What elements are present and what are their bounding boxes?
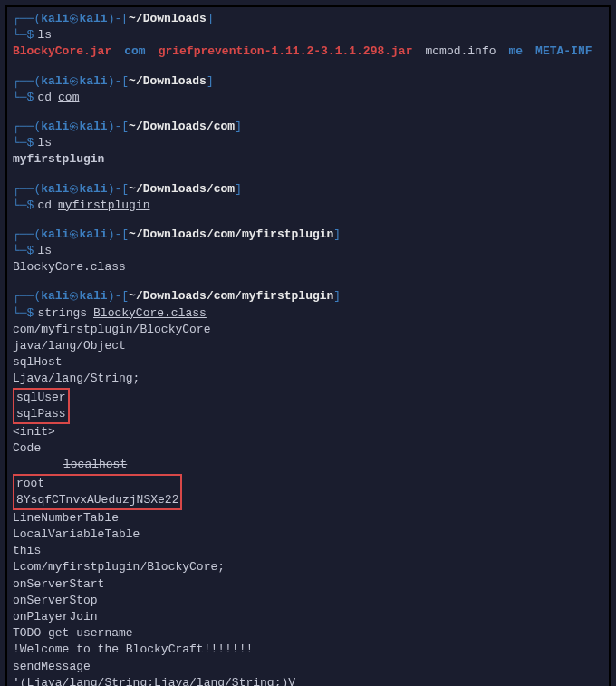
- prompt-user: kali: [41, 11, 69, 27]
- output-line: sqlPass: [16, 406, 66, 422]
- prompt-user: kali: [41, 181, 69, 198]
- skull-icon: ㉿: [69, 13, 79, 26]
- ls-output-dir: myfirstplugin: [13, 151, 603, 168]
- paren-close: ): [108, 11, 115, 27]
- prompt-path: ~/Downloads: [129, 73, 207, 90]
- prompt-path: ~/Downloads/com/myfirstplugin: [129, 227, 333, 243]
- prompt-path: ~/Downloads/com/myfirstplugin: [129, 288, 333, 304]
- elbow-icon: ┌──: [13, 119, 34, 135]
- output-line: sqlHost: [13, 354, 603, 371]
- elbow-icon: ┌──: [13, 288, 34, 304]
- file-item: META-INF: [535, 43, 592, 60]
- skull-icon: ㉿: [69, 75, 79, 89]
- file-item: mcmod.info: [425, 43, 496, 60]
- prompt-line: ┌── ( kali ㉿ kali ) - [ ~/Downloads/com/…: [13, 227, 603, 243]
- dollar-sign: $: [27, 90, 34, 106]
- output-line: Code: [13, 440, 603, 457]
- elbow-icon: ┌──: [13, 227, 34, 243]
- paren-open: (: [34, 11, 41, 27]
- file-item: com: [124, 43, 145, 60]
- output-line-strike: localhost: [13, 457, 603, 473]
- strings-output: com/myfirstplugin/BlockyCore java/lang/O…: [13, 322, 603, 686]
- prompt-block-5: ┌── ( kali ㉿ kali ) - [ ~/Downloads/com/…: [13, 227, 603, 276]
- output-line: onPlayerJoin: [13, 609, 603, 625]
- dollar-sign: $: [27, 27, 34, 43]
- prompt-path: ~/Downloads/com: [129, 119, 235, 135]
- skull-icon: ㉿: [69, 183, 79, 197]
- output-line: sendMessage: [13, 659, 603, 675]
- prompt-line: ┌── ( kali ㉿ kali ) - [ ~/Downloads/com …: [13, 181, 603, 198]
- command-line[interactable]: └─ $ ls: [13, 27, 603, 43]
- prompt-host: kali: [79, 119, 107, 135]
- prompt-user: kali: [41, 73, 69, 90]
- prompt-line: ┌── ( kali ㉿ kali ) - [ ~/Downloads ]: [13, 73, 603, 90]
- command-line[interactable]: └─ $ strings BlockyCore.class: [13, 305, 603, 322]
- command-line[interactable]: └─ $ ls: [13, 135, 603, 151]
- output-line: onServerStart: [13, 576, 603, 593]
- bracket-open: [: [121, 11, 129, 27]
- dollar-sign: $: [27, 135, 34, 151]
- command: ls: [37, 243, 52, 259]
- command-line[interactable]: └─ $ ls: [13, 243, 603, 259]
- output-line: TODO get username: [13, 625, 603, 642]
- prompt-block-2: ┌── ( kali ㉿ kali ) - [ ~/Downloads ] └─…: [13, 73, 603, 106]
- elbow-icon: ┌──: [13, 73, 34, 90]
- elbow-bottom-icon: └─: [13, 243, 27, 259]
- elbow-bottom-icon: └─: [13, 135, 27, 151]
- elbow-bottom-icon: └─: [13, 90, 27, 106]
- command: ls: [37, 27, 52, 43]
- prompt-user: kali: [41, 227, 69, 243]
- file-item: griefprevention-1.11.2-3.1.1.298.jar: [159, 43, 413, 60]
- prompt-block-1: ┌── ( kali ㉿ kali ) - [ ~/Downloads ] └─…: [13, 11, 603, 61]
- prompt-host: kali: [79, 181, 107, 198]
- dash: -: [114, 11, 121, 27]
- prompt-block-6: ┌── ( kali ㉿ kali ) - [ ~/Downloads/com/…: [13, 288, 603, 686]
- dollar-sign: $: [27, 305, 34, 322]
- prompt-host: kali: [79, 73, 107, 90]
- ls-output: BlockyCore.jar com griefprevention-1.11.…: [13, 43, 603, 60]
- prompt-block-3: ┌── ( kali ㉿ kali ) - [ ~/Downloads/com …: [13, 119, 603, 169]
- output-line: LineNumberTable: [13, 510, 603, 527]
- highlight-credentials-keys: sqlUser sqlPass: [13, 388, 603, 424]
- output-line: sqlUser: [16, 390, 66, 406]
- command: cd: [37, 198, 52, 214]
- skull-icon: ㉿: [69, 290, 79, 304]
- elbow-icon: ┌──: [13, 11, 34, 27]
- command-line[interactable]: └─ $ cd com: [13, 90, 603, 106]
- output-line: this: [13, 543, 603, 559]
- terminal-window[interactable]: ┌── ( kali ㉿ kali ) - [ ~/Downloads ] └─…: [5, 5, 611, 686]
- prompt-line: ┌── ( kali ㉿ kali ) - [ ~/Downloads/com …: [13, 119, 603, 135]
- prompt-path: ~/Downloads: [129, 11, 207, 27]
- bracket-close: ]: [207, 11, 214, 27]
- dollar-sign: $: [27, 243, 34, 259]
- elbow-bottom-icon: └─: [13, 305, 27, 322]
- output-line: 8YsqfCTnvxAUeduzjNSXe22: [16, 492, 178, 508]
- command-arg: BlockyCore.class: [93, 305, 207, 322]
- elbow-icon: ┌──: [13, 181, 34, 198]
- output-line: com/myfirstplugin/BlockyCore: [13, 322, 603, 338]
- output-line: java/lang/Object: [13, 338, 603, 354]
- output-line: root: [16, 476, 178, 492]
- command: ls: [37, 135, 52, 151]
- skull-icon: ㉿: [69, 121, 79, 134]
- highlight-box-icon: root 8YsqfCTnvxAUeduzjNSXe22: [13, 474, 182, 510]
- skull-icon: ㉿: [69, 228, 79, 242]
- command-arg: com: [58, 90, 79, 106]
- output-line: onServerStop: [13, 593, 603, 609]
- prompt-user: kali: [41, 288, 69, 304]
- file-item: BlockyCore.jar: [13, 43, 111, 60]
- prompt-host: kali: [79, 288, 107, 304]
- file-item: me: [509, 43, 524, 60]
- elbow-bottom-icon: └─: [13, 27, 27, 43]
- prompt-user: kali: [41, 119, 69, 135]
- highlight-box-icon: sqlUser sqlPass: [13, 388, 70, 424]
- output-line: '(Ljava/lang/String;Ljava/lang/String;)V: [13, 675, 603, 686]
- prompt-host: kali: [79, 227, 107, 243]
- prompt-line: ┌── ( kali ㉿ kali ) - [ ~/Downloads ]: [13, 11, 603, 27]
- prompt-line: ┌── ( kali ㉿ kali ) - [ ~/Downloads/com/…: [13, 288, 603, 304]
- highlight-credentials-values: root 8YsqfCTnvxAUeduzjNSXe22: [13, 474, 603, 510]
- prompt-path: ~/Downloads/com: [129, 181, 235, 198]
- output-line: <init>: [13, 424, 603, 440]
- command-arg: myfirstplugin: [58, 198, 149, 214]
- command-line[interactable]: └─ $ cd myfirstplugin: [13, 198, 603, 214]
